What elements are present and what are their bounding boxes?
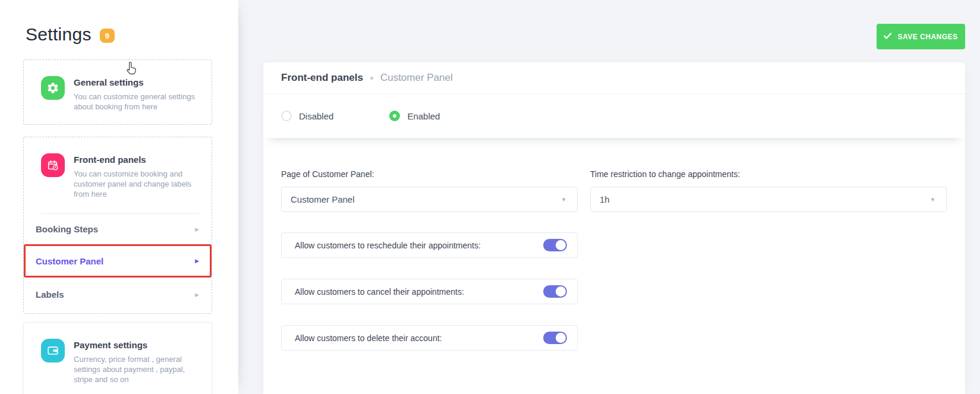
front-end-panels-text: Front-end panels You can customize booki… — [74, 153, 200, 199]
breadcrumb-dot-icon — [370, 77, 373, 80]
save-changes-button[interactable]: SAVE CHANGES — [877, 24, 965, 49]
sidebar-item-customer-panel[interactable]: Customer Panel ▶ — [24, 244, 212, 278]
field-page-of-customer-panel: Page of Customer Panel: Customer Panel ▼ — [281, 170, 578, 212]
payment-settings-text: Payment settings Currency, price format … — [74, 339, 200, 384]
general-settings-text: General settings You can customize gener… — [74, 76, 200, 112]
general-settings-head: General settings You can customize gener… — [24, 60, 212, 112]
gear-icon — [41, 76, 65, 100]
reschedule-toggle-switch[interactable] — [543, 239, 567, 251]
chevron-right-icon: ▶ — [195, 292, 199, 298]
item-label: Labels — [36, 289, 64, 300]
radio-label: Disabled — [299, 111, 333, 121]
page-of-customer-panel-select[interactable]: Customer Panel ▼ — [281, 187, 578, 212]
select-value: Customer Panel — [291, 194, 355, 204]
toggle-list: Allow customers to reschedule their appo… — [281, 232, 578, 351]
sidebar-card-payment-settings[interactable]: Payment settings Currency, price format … — [23, 322, 212, 394]
panel-content: Page of Customer Panel: Customer Panel ▼… — [263, 138, 965, 351]
chevron-right-icon: ▶ — [195, 258, 199, 264]
time-restriction-select[interactable]: 1h ▼ — [590, 187, 947, 212]
payment-settings-head: Payment settings Currency, price format … — [24, 323, 212, 384]
radio-selected-icon[interactable] — [389, 111, 400, 121]
card-description: You can customize general settings about… — [74, 92, 200, 112]
toggle-row-delete-account: Allow customers to delete their account: — [281, 325, 578, 351]
field-time-restriction: Time restriction to change appointments:… — [590, 170, 947, 212]
card-title: Payment settings — [74, 340, 200, 351]
sidebar-card-front-end-panels: Front-end panels You can customize booki… — [23, 137, 212, 314]
toggle-label: Allow customers to delete their account: — [295, 333, 442, 343]
toggle-label: Allow customers to cancel their appointm… — [295, 287, 464, 297]
radio-option-disabled[interactable]: Disabled — [281, 111, 333, 121]
save-changes-label: SAVE CHANGES — [897, 33, 957, 41]
cancel-toggle-switch[interactable] — [543, 285, 567, 298]
card-description: Currency, price format , general setting… — [74, 354, 200, 384]
select-value: 1h — [600, 194, 610, 204]
sidebar-item-labels[interactable]: Labels ▶ — [24, 278, 212, 311]
customer-panel-settings-panel: Front-end panels Customer Panel Disabled… — [263, 62, 965, 394]
front-end-panels-head[interactable]: Front-end panels You can customize booki… — [24, 137, 212, 199]
card-title: General settings — [74, 77, 200, 88]
calendar-clock-icon — [41, 153, 65, 177]
chevron-right-icon: ▶ — [195, 226, 199, 232]
delete-account-toggle-switch[interactable] — [543, 332, 567, 344]
wallet-icon — [41, 339, 65, 363]
toggle-row-reschedule: Allow customers to reschedule their appo… — [281, 232, 578, 258]
radio-label: Enabled — [407, 111, 440, 121]
settings-sidebar: Settings 9 General settings You can cust… — [0, 0, 238, 394]
chevron-down-icon: ▼ — [930, 197, 935, 203]
breadcrumb-current: Customer Panel — [380, 72, 453, 84]
chevron-down-icon: ▼ — [561, 197, 566, 203]
radio-option-enabled[interactable]: Enabled — [389, 111, 440, 121]
item-label: Customer Panel — [36, 256, 103, 266]
item-label: Booking Steps — [36, 224, 98, 234]
toggle-row-cancel: Allow customers to cancel their appointm… — [281, 279, 578, 304]
sidebar-title-row: Settings 9 — [26, 24, 238, 45]
check-icon — [884, 33, 891, 41]
field-label: Time restriction to change appointments: — [590, 170, 947, 179]
page-title: Settings — [26, 24, 92, 45]
card-title: Front-end panels — [74, 155, 200, 165]
main-area: SAVE CHANGES Front-end panels Customer P… — [238, 0, 980, 394]
enable-disable-row: Disabled Enabled — [263, 94, 965, 138]
settings-count-badge: 9 — [100, 29, 115, 43]
sidebar-item-booking-steps[interactable]: Booking Steps ▶ — [24, 214, 212, 244]
panel-breadcrumb: Front-end panels Customer Panel — [263, 62, 965, 94]
breadcrumb-section: Front-end panels — [281, 72, 363, 84]
toggle-label: Allow customers to reschedule their appo… — [295, 241, 481, 250]
field-label: Page of Customer Panel: — [281, 170, 578, 179]
radio-unselected-icon[interactable] — [281, 111, 292, 121]
sidebar-card-general-settings[interactable]: General settings You can customize gener… — [23, 59, 212, 125]
card-description: You can customize booking and customer p… — [74, 169, 200, 199]
